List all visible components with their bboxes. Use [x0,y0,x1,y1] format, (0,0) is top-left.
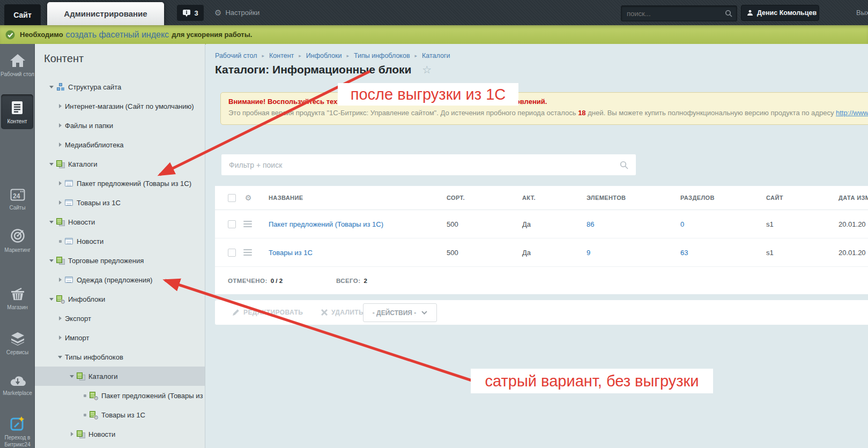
sidebar-item-sites[interactable]: 24 Сайты [0,189,35,211]
infoblock-link[interactable]: Товары из 1С [269,249,313,257]
collapse-toggle[interactable] [55,356,65,359]
delete-label: УДАЛИТЬ [331,309,363,316]
tree-item-label: Товары из 1С [77,199,121,207]
search-icon[interactable] [620,161,628,169]
cell-date: 20.01.20 [830,220,868,228]
tree-item-news-group[interactable]: Новости [35,212,205,232]
infoblock-link[interactable]: Пакет предложений (Товары из 1С) [269,220,383,228]
tree-item-import[interactable]: Импорт [35,328,205,347]
col-name[interactable]: НАЗВАНИЕ [260,195,438,201]
breadcrumb-link[interactable]: Инфоблоки [306,52,342,59]
sidebar-item-label: Marketplace [3,390,32,396]
col-active[interactable]: АКТ. [514,195,578,201]
tree-item-news-type[interactable]: Новости [35,424,205,444]
table-settings-gear-icon[interactable]: ⚙ [236,193,260,202]
collapse-toggle[interactable] [47,221,56,223]
breadcrumb-link[interactable]: Контент [269,52,294,59]
expand-toggle[interactable] [55,123,65,128]
col-elements[interactable]: ЭЛЕМЕНТОВ [578,195,672,201]
create-facet-index-link[interactable]: создать фасетный индекс [66,30,169,40]
elements-count-link[interactable]: 86 [587,220,594,228]
content-tree-panel: Контент Структура сайта Интернет-магазин… [35,44,205,448]
notifications-button[interactable]: 3 [177,5,204,21]
search-icon[interactable] [725,10,732,17]
tree-item-media-library[interactable]: Медиабиблиотека [35,135,205,154]
sidebar-item-services[interactable]: Сервисы [0,332,35,356]
favorite-star-icon[interactable]: ☆ [422,63,432,76]
table-row: Пакет предложений (Товары из 1С) 500 Да … [215,210,868,238]
check-circle-icon [5,30,15,40]
infoblock-gear-icon [56,295,65,303]
tree-item-products-1c[interactable]: Товары из 1С [35,193,205,212]
collapse-toggle[interactable] [47,163,56,166]
tree-item-infoblock-types[interactable]: Типы инфоблоков [35,347,205,367]
tree-item-clothes-offers[interactable]: Одежда (предложения) [35,270,205,289]
select-all-checkbox[interactable] [228,194,236,202]
sidebar-item-content[interactable]: Контент [1,94,33,129]
user-menu-button[interactable]: Денис Комольцев [741,5,819,21]
sections-count-link[interactable]: 63 [680,249,688,257]
sidebar-item-bitrix24[interactable]: Переход в Битрикс24 [0,416,35,448]
sidebar-item-label: Магазин [7,304,28,310]
tree-item-internet-shop[interactable]: Интернет-магазин (Сайт по умолчанию) [35,96,205,116]
breadcrumb-link[interactable]: Каталоги [422,52,450,59]
tree-item-products-1c-type[interactable]: Товары из 1С [35,405,205,424]
collapse-toggle[interactable] [47,86,56,88]
expand-toggle[interactable] [55,143,65,147]
tree-item-news[interactable]: Новости [35,232,205,251]
expand-toggle[interactable] [55,278,65,282]
expand-toggle[interactable] [55,335,65,340]
expand-toggle[interactable] [55,181,65,185]
actions-dropdown[interactable]: - ДЕЙСТВИЯ - [363,303,437,322]
sidebar-item-shop[interactable]: Магазин [0,287,35,311]
tree-item-site-structure[interactable]: Структура сайта [35,77,205,96]
sections-count-link[interactable]: 0 [680,220,684,228]
settings-button[interactable]: ⚙ Настройки [214,0,259,25]
tree-item-trade-offers[interactable]: Торговые предложения [35,251,205,270]
buy-link[interactable]: http://www [836,109,868,117]
tree-item-offers-package[interactable]: Пакет предложений (Товары из 1С) [35,174,205,193]
col-site[interactable]: САЙТ [758,195,830,201]
row-menu-icon[interactable] [243,221,252,227]
search-input[interactable] [621,10,725,18]
expand-toggle[interactable] [55,104,65,108]
filter-input[interactable] [221,161,620,169]
collapse-toggle[interactable] [67,375,77,378]
cell-date: 20.01.20 [830,249,868,257]
cell-sections: 0 [672,220,758,228]
breadcrumb-separator: ▸ [415,53,418,58]
breadcrumb-link[interactable]: Рабочий стол [215,52,257,59]
logout-link[interactable]: Выход [856,0,868,25]
tree-item-export[interactable]: Экспорт [35,309,205,328]
expand-toggle[interactable] [67,432,77,436]
col-sort[interactable]: СОРТ. [438,195,514,201]
collapse-toggle[interactable] [47,259,56,262]
tree-item-infoblocks[interactable]: Инфоблоки [35,289,205,309]
collapse-toggle[interactable] [47,298,56,301]
row-checkbox[interactable] [228,220,236,228]
row-menu-icon[interactable] [243,249,252,256]
sidebar-item-marketplace[interactable]: Marketplace [0,375,35,397]
expand-toggle[interactable] [55,200,65,205]
tab-site[interactable]: Сайт [4,4,41,25]
sidebar-item-desktop[interactable]: Рабочий стол [0,54,35,78]
bitrix24-icon [0,416,35,432]
cell-sections: 63 [672,249,758,257]
tree-item-files-folders[interactable]: Файлы и папки [35,116,205,135]
breadcrumb-separator: ▸ [262,53,264,58]
sidebar-item-label: Переход в Битрикс24 [4,435,31,447]
tree-item-offers-package-type[interactable]: Пакет предложений (Товары из 1С) [35,386,205,405]
col-date[interactable]: ДАТА ИЗМ. [830,195,868,201]
expand-toggle[interactable] [55,316,65,320]
edit-button[interactable]: РЕДАКТИРОВАТЬ [232,300,303,325]
col-sections[interactable]: РАЗДЕЛОВ [672,195,758,201]
breadcrumb-link[interactable]: Типы инфоблоков [354,52,410,59]
delete-button[interactable]: УДАЛИТЬ [321,300,363,325]
elements-count-link[interactable]: 9 [587,249,590,257]
tree-item-catalogs-type-selected[interactable]: Каталоги [35,367,205,386]
tree-item-catalogs[interactable]: Каталоги [35,154,205,174]
tree-item-label: Товары из 1С [101,411,145,419]
row-checkbox[interactable] [228,249,236,257]
sidebar-item-marketing[interactable]: Маркетинг [0,228,35,253]
tab-administration[interactable]: Администрирование [47,2,164,25]
